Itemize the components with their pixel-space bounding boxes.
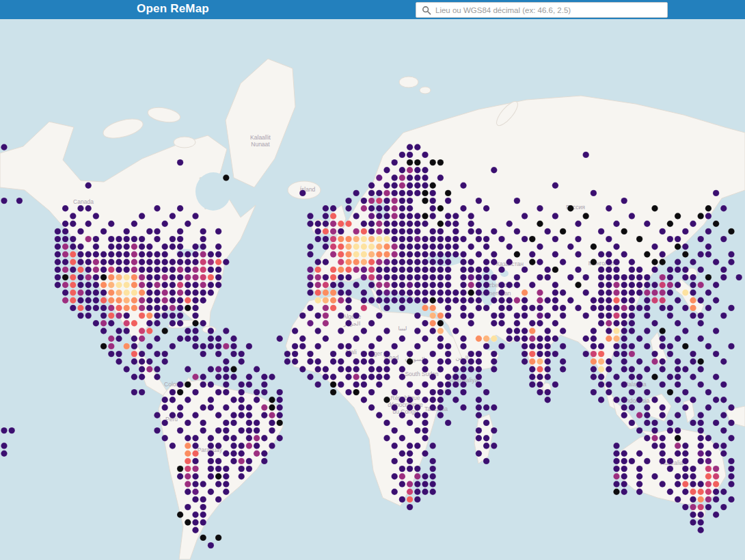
density-dot[interactable]	[383, 282, 390, 288]
density-dot[interactable]	[690, 511, 696, 518]
density-dot[interactable]	[552, 382, 558, 388]
density-dot[interactable]	[476, 374, 482, 380]
density-dot[interactable]	[330, 389, 336, 395]
density-dot[interactable]	[675, 397, 681, 403]
density-dot[interactable]	[162, 243, 168, 250]
density-dot[interactable]	[667, 236, 673, 242]
density-dot[interactable]	[437, 251, 444, 257]
density-dot[interactable]	[414, 236, 420, 242]
density-dot[interactable]	[660, 435, 666, 441]
density-dot[interactable]	[430, 159, 436, 165]
density-dot[interactable]	[705, 289, 712, 295]
density-dot[interactable]	[100, 251, 107, 257]
density-dot[interactable]	[392, 442, 398, 449]
density-dot[interactable]	[407, 382, 413, 388]
density-dot[interactable]	[422, 451, 428, 457]
density-dot[interactable]	[537, 320, 543, 326]
density-dot[interactable]	[545, 228, 551, 235]
density-dot[interactable]	[146, 289, 152, 295]
density-dot[interactable]	[697, 435, 703, 441]
density-dot[interactable]	[445, 358, 451, 364]
density-dot[interactable]	[476, 404, 482, 410]
density-dot[interactable]	[392, 473, 398, 479]
density-dot[interactable]	[476, 297, 482, 304]
density-dot[interactable]	[376, 336, 382, 342]
density-dot[interactable]	[162, 297, 168, 304]
density-dot[interactable]	[124, 274, 130, 280]
density-dot[interactable]	[720, 412, 727, 418]
density-dot[interactable]	[200, 259, 206, 265]
density-dot[interactable]	[392, 251, 398, 257]
density-dot[interactable]	[307, 243, 313, 250]
density-dot[interactable]	[460, 297, 466, 304]
density-dot[interactable]	[399, 435, 405, 441]
density-dot[interactable]	[437, 389, 444, 395]
density-dot[interactable]	[93, 267, 99, 273]
density-dot[interactable]	[108, 336, 114, 342]
density-dot[interactable]	[192, 458, 198, 464]
density-dot[interactable]	[690, 297, 696, 304]
density-dot[interactable]	[705, 451, 712, 457]
density-dot[interactable]	[537, 312, 543, 319]
density-dot[interactable]	[239, 412, 245, 418]
density-dot[interactable]	[636, 267, 642, 273]
density-dot[interactable]	[667, 420, 673, 426]
density-dot[interactable]	[192, 243, 198, 250]
density-dot[interactable]	[651, 420, 658, 426]
density-dot[interactable]	[246, 435, 252, 441]
density-dot[interactable]	[399, 412, 405, 418]
density-dot[interactable]	[690, 282, 696, 288]
density-dot[interactable]	[682, 504, 688, 510]
density-dot[interactable]	[353, 190, 360, 196]
density-dot[interactable]	[705, 251, 712, 257]
density-dot[interactable]	[170, 267, 176, 273]
density-dot[interactable]	[697, 519, 703, 525]
density-dot[interactable]	[170, 305, 176, 311]
density-dot[interactable]	[407, 236, 413, 242]
density-dot[interactable]	[177, 236, 183, 242]
density-dot[interactable]	[330, 228, 336, 235]
density-dot[interactable]	[651, 358, 658, 364]
density-dot[interactable]	[567, 205, 573, 211]
density-dot[interactable]	[383, 259, 390, 265]
density-dot[interactable]	[675, 473, 681, 479]
density-dot[interactable]	[55, 228, 61, 235]
density-dot[interactable]	[200, 274, 206, 280]
density-dot[interactable]	[560, 228, 566, 235]
density-dot[interactable]	[146, 259, 152, 265]
density-dot[interactable]	[185, 336, 191, 342]
density-dot[interactable]	[598, 312, 604, 319]
density-dot[interactable]	[697, 382, 703, 388]
density-dot[interactable]	[483, 420, 489, 426]
density-dot[interactable]	[124, 343, 130, 349]
density-dot[interactable]	[131, 297, 137, 304]
density-dot[interactable]	[154, 297, 160, 304]
density-dot[interactable]	[215, 267, 221, 273]
density-dot[interactable]	[437, 174, 444, 181]
density-dot[interactable]	[407, 259, 413, 265]
density-dot[interactable]	[430, 190, 436, 196]
density-dot[interactable]	[667, 351, 673, 357]
density-dot[interactable]	[728, 435, 734, 441]
density-dot[interactable]	[529, 358, 535, 364]
density-dot[interactable]	[330, 297, 336, 304]
density-dot[interactable]	[392, 221, 398, 227]
density-dot[interactable]	[690, 496, 696, 503]
density-dot[interactable]	[361, 374, 367, 380]
density-dot[interactable]	[392, 297, 398, 304]
density-dot[interactable]	[491, 336, 497, 342]
density-dot[interactable]	[383, 236, 390, 242]
density-dot[interactable]	[514, 297, 520, 304]
density-dot[interactable]	[430, 466, 436, 472]
density-dot[interactable]	[338, 358, 344, 364]
density-dot[interactable]	[330, 289, 336, 295]
density-dot[interactable]	[315, 312, 321, 319]
density-dot[interactable]	[230, 435, 236, 441]
density-dot[interactable]	[728, 420, 734, 426]
density-dot[interactable]	[124, 289, 130, 295]
density-dot[interactable]	[522, 312, 528, 319]
density-dot[interactable]	[162, 274, 168, 280]
density-dot[interactable]	[545, 312, 551, 319]
density-dot[interactable]	[476, 274, 482, 280]
density-dot[interactable]	[376, 174, 382, 181]
